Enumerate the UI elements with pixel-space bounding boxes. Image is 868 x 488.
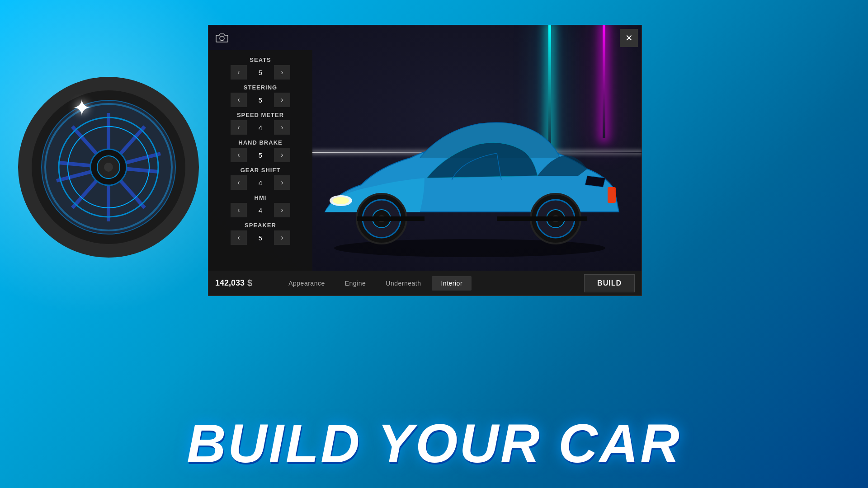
svg-point-17 (333, 197, 349, 204)
tab-engine[interactable]: Engine (336, 276, 375, 291)
svg-point-27 (220, 36, 224, 41)
stepper-value-hmi: 4 (247, 206, 274, 214)
stepper-prev-hand_brake[interactable]: ‹ (231, 148, 247, 162)
interior-panel: SEATS ‹ 5 › STEERING ‹ 5 › SPEED METER ‹… (208, 50, 312, 272)
currency-icon: $ (247, 278, 252, 288)
control-stepper-gear_shift: ‹ 4 › (208, 175, 312, 190)
control-row-steering: STEERING ‹ 5 › (208, 82, 312, 109)
svg-rect-18 (608, 187, 616, 203)
currency-display: 142,033 $ (215, 278, 252, 288)
car-image (298, 85, 642, 257)
control-row-speaker: SPEAKER ‹ 5 › (208, 220, 312, 247)
control-label-seats: SEATS (208, 56, 312, 63)
tire-illustration: ✦ (14, 68, 203, 258)
stepper-next-speed_meter[interactable]: › (274, 120, 290, 135)
control-row-gear_shift: GEAR SHIFT ‹ 4 › (208, 165, 312, 192)
stepper-value-steering: 5 (247, 96, 274, 104)
stepper-next-steering[interactable]: › (274, 93, 290, 107)
stepper-next-hand_brake[interactable]: › (274, 148, 290, 162)
stepper-next-speaker[interactable]: › (274, 230, 290, 245)
control-label-hmi: HMI (208, 194, 312, 201)
stepper-prev-gear_shift[interactable]: ‹ (231, 175, 247, 190)
tab-interior[interactable]: Interior (432, 276, 472, 291)
control-stepper-speaker: ‹ 5 › (208, 230, 312, 245)
stepper-value-gear_shift: 4 (247, 179, 274, 187)
svg-point-13 (104, 163, 113, 172)
control-stepper-hmi: ‹ 4 › (208, 203, 312, 217)
control-label-hand_brake: HAND BRAKE (208, 139, 312, 146)
stepper-prev-steering[interactable]: ‹ (231, 93, 247, 107)
stepper-next-gear_shift[interactable]: › (274, 175, 290, 190)
bottom-bar: 142,033 $ AppearanceEngineUnderneathInte… (208, 271, 642, 296)
camera-button[interactable] (214, 30, 230, 46)
stepper-prev-seats[interactable]: ‹ (231, 65, 247, 80)
stepper-next-seats[interactable]: › (274, 65, 290, 80)
build-button[interactable]: BUILD (584, 274, 635, 292)
control-label-gear_shift: GEAR SHIFT (208, 167, 312, 174)
control-stepper-seats: ‹ 5 › (208, 65, 312, 80)
close-button[interactable]: ✕ (620, 29, 638, 47)
game-panel: ✕ SEATS ‹ 5 › STEERING ‹ 5 › SPEED METER… (208, 25, 642, 296)
control-row-hand_brake: HAND BRAKE ‹ 5 › (208, 137, 312, 164)
tab-underneath[interactable]: Underneath (377, 276, 430, 291)
tire-sparkle: ✦ (72, 95, 99, 122)
currency-amount: 142,033 (215, 278, 245, 288)
stepper-prev-hmi[interactable]: ‹ (231, 203, 247, 217)
stepper-value-speaker: 5 (247, 234, 274, 242)
stepper-prev-speed_meter[interactable]: ‹ (231, 120, 247, 135)
control-label-speed_meter: SPEED METER (208, 112, 312, 118)
stepper-value-speed_meter: 4 (247, 124, 274, 131)
control-label-speaker: SPEAKER (208, 222, 312, 229)
stepper-next-hmi[interactable]: › (274, 203, 290, 217)
stepper-value-hand_brake: 5 (247, 151, 274, 159)
stepper-value-seats: 5 (247, 69, 274, 76)
control-row-speed_meter: SPEED METER ‹ 4 › (208, 110, 312, 136)
main-title: BUILD YOUR CAR (0, 412, 868, 474)
control-stepper-steering: ‹ 5 › (208, 93, 312, 107)
control-row-hmi: HMI ‹ 4 › (208, 192, 312, 219)
control-row-seats: SEATS ‹ 5 › (208, 55, 312, 81)
control-label-steering: STEERING (208, 84, 312, 91)
stepper-prev-speaker[interactable]: ‹ (231, 230, 247, 245)
control-stepper-hand_brake: ‹ 5 › (208, 148, 312, 162)
tab-appearance[interactable]: Appearance (279, 276, 334, 291)
tabs-container: AppearanceEngineUnderneathInterior (279, 276, 472, 291)
control-stepper-speed_meter: ‹ 4 › (208, 120, 312, 135)
